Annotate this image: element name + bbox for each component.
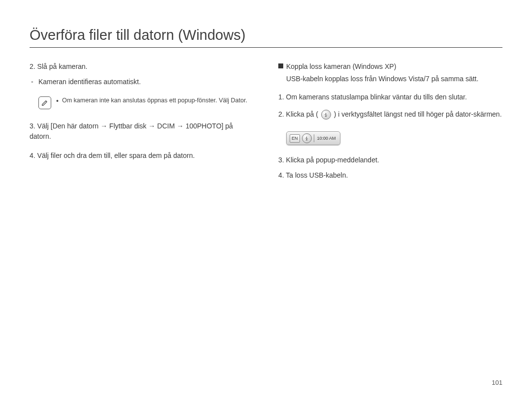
systray-language: EN (290, 134, 300, 143)
systray-divider (314, 134, 314, 142)
square-bullet-icon (278, 63, 283, 68)
note-box: Om kameran inte kan anslutas öppnas ett … (38, 96, 254, 109)
right-step-2: 2. Klicka på ( ) i verktygsfältet längst… (278, 109, 502, 120)
systray-time: 10:00 AM (316, 135, 337, 142)
right-step-2b: ) i verktygsfältet längst ned till höger… (334, 110, 502, 118)
system-tray: EN 10:00 AM (286, 131, 340, 145)
page-title: Överföra filer till datorn (Windows) (30, 27, 502, 48)
systray-usb-icon (302, 133, 312, 143)
right-heading-sub: USB-kabeln kopplas loss från Windows Vis… (278, 74, 502, 84)
right-step-2a: 2. Klicka på ( (278, 110, 318, 118)
usb-eject-icon (321, 110, 331, 120)
left-column: 2. Slå på kameran. Kameran identifieras … (30, 62, 254, 185)
right-step-1: 1. Om kamerans statuslampa blinkar vänta… (278, 92, 502, 102)
right-heading: Koppla loss kameran (Windows XP) (286, 62, 396, 72)
left-step-3: 3. Välj [Den här datorn → Flyttbar disk … (30, 121, 254, 142)
content-columns: 2. Slå på kameran. Kameran identifieras … (30, 62, 502, 185)
svg-point-0 (326, 113, 327, 114)
svg-point-1 (306, 137, 307, 138)
left-step-2: 2. Slå på kameran. (30, 62, 254, 72)
right-heading-row: Koppla loss kameran (Windows XP) (278, 62, 502, 72)
left-step-2-sub: Kameran identifieras automatiskt. (30, 77, 254, 87)
note-pencil-icon (38, 96, 51, 109)
page-number: 101 (492, 379, 502, 386)
note-text: Om kameran inte kan anslutas öppnas ett … (56, 96, 247, 105)
right-step-3: 3. Klicka på popup-meddelandet. (278, 155, 502, 165)
right-column: Koppla loss kameran (Windows XP) USB-kab… (278, 62, 502, 185)
right-step-4: 4. Ta loss USB-kabeln. (278, 170, 502, 181)
left-step-4: 4. Välj filer och dra dem till, eller sp… (30, 151, 254, 161)
